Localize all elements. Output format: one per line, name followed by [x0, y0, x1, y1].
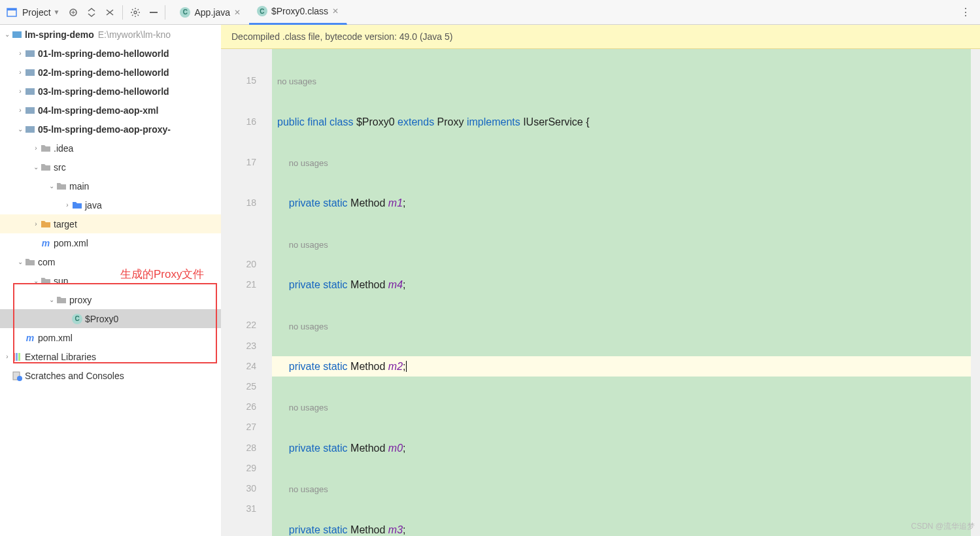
class-icon: C	[180, 7, 190, 18]
class-icon: C	[257, 6, 267, 16]
editor-tabs: C App.java ✕ C $Proxy0.class ✕	[172, 0, 347, 25]
gutter-line	[221, 91, 272, 111]
gutter-line: 30	[221, 478, 272, 499]
gutter-line: 23	[221, 336, 272, 356]
chevron-down-icon: ⌄	[3, 31, 12, 38]
gutter-line	[221, 173, 272, 193]
tree-item[interactable]: ⌄sun	[0, 271, 221, 290]
toolbar-left: Project ▼	[3, 4, 162, 21]
code-line-cursor: private static Method m2;	[272, 356, 971, 377]
code-area[interactable]: no usages public final class $Proxy0 ext…	[272, 49, 971, 536]
hide-icon[interactable]	[145, 4, 162, 21]
gutter-line	[221, 295, 272, 315]
divider	[165, 5, 165, 20]
close-icon[interactable]: ✕	[234, 8, 241, 17]
folder-icon	[41, 143, 51, 154]
chevron-right-icon: ›	[16, 50, 25, 57]
sidebar-wrapper: ⌄ lm-spring-demo E:\mywork\lm-kno ›01-lm…	[0, 25, 221, 536]
tree-root[interactable]: ⌄ lm-spring-demo E:\mywork\lm-kno	[0, 25, 221, 44]
excluded-folder-icon	[41, 219, 51, 229]
chevron-right-icon: ›	[16, 69, 25, 76]
code-line: private static Method m3;	[272, 520, 971, 537]
svg-rect-10	[25, 88, 35, 95]
select-opened-file-icon[interactable]	[65, 4, 82, 21]
gutter-line	[221, 132, 272, 152]
svg-rect-9	[25, 69, 35, 76]
kebab-menu-icon[interactable]: ⋮	[954, 6, 977, 18]
gutter-line: 16	[221, 112, 272, 132]
project-tree[interactable]: ⌄ lm-spring-demo E:\mywork\lm-kno ›01-lm…	[0, 25, 221, 385]
svg-rect-13	[13, 353, 15, 361]
tree-item[interactable]: ›03-lm-spring-demo-helloworld	[0, 82, 221, 101]
tree-item[interactable]: ›01-lm-spring-demo-helloworld	[0, 44, 221, 63]
tree-item[interactable]: ›.idea	[0, 139, 221, 158]
tree-label: 01-lm-spring-demo-helloworld	[38, 48, 169, 59]
gutter-line: 29	[221, 458, 272, 478]
gear-icon[interactable]	[127, 4, 144, 21]
chevron-right-icon: ›	[31, 144, 41, 152]
tree-label: pom.xml	[54, 238, 88, 248]
tree-item[interactable]: ⌄com	[0, 252, 221, 271]
folder-icon	[41, 162, 51, 173]
tree-item[interactable]: ⌄main	[0, 176, 221, 195]
expand-all-icon[interactable]	[83, 4, 100, 21]
tree-label: src	[54, 162, 66, 173]
code-line: private static Method m0;	[272, 438, 971, 458]
gutter-line: 15	[221, 71, 272, 91]
tree-label: target	[54, 219, 77, 229]
folder-icon	[56, 295, 67, 305]
gutter-line	[221, 214, 272, 234]
scrollbar[interactable]	[971, 49, 980, 536]
tree-label: java	[85, 200, 102, 210]
module-icon	[25, 124, 35, 135]
tree-label: Scratches and Consoles	[25, 371, 124, 381]
chevron-right-icon: ›	[31, 220, 41, 227]
tree-item[interactable]: ›External Libraries	[0, 347, 221, 366]
tab-app-java[interactable]: C App.java ✕	[172, 0, 248, 25]
maven-icon: m	[25, 333, 35, 343]
svg-rect-1	[7, 8, 16, 10]
project-label: Project	[22, 7, 51, 18]
gutter-line: 28	[221, 438, 272, 458]
tree-item[interactable]: ›02-lm-spring-demo-helloworld	[0, 63, 221, 82]
tree-item[interactable]: Scratches and Consoles	[0, 366, 221, 385]
gutter-line	[221, 234, 272, 254]
close-icon[interactable]: ✕	[332, 7, 339, 16]
tree-label: com	[38, 257, 55, 267]
module-icon	[25, 67, 35, 78]
chevron-right-icon: ›	[63, 201, 72, 209]
svg-rect-14	[16, 353, 18, 361]
module-icon	[25, 48, 35, 59]
gutter-line: 26	[221, 397, 272, 417]
tree-item[interactable]: mpom.xml	[0, 328, 221, 347]
tree-item[interactable]: ⌄src	[0, 158, 221, 176]
gutter-line: 20	[221, 254, 272, 275]
tree-item[interactable]: ›java	[0, 195, 221, 214]
toolbar: Project ▼ C App.java ✕ C $Proxy0.class ✕…	[0, 0, 980, 25]
chevron-down-icon: ⌄	[31, 277, 41, 284]
code-line: private static Method m1;	[272, 193, 971, 213]
gutter-line	[221, 50, 272, 71]
tree-item[interactable]: ⌄proxy	[0, 290, 221, 309]
gutter-line: 25	[221, 377, 272, 397]
collapse-all-icon[interactable]	[101, 4, 118, 21]
tab-label: $Proxy0.class	[271, 6, 328, 16]
gutter[interactable]: 15 16 17 18 20 21 22 23 24 25 26 27 28 2…	[221, 49, 272, 536]
tree-item[interactable]: ›target	[0, 214, 221, 233]
project-dropdown[interactable]: Project ▼	[3, 7, 63, 18]
chevron-down-icon: ⌄	[16, 258, 25, 265]
tree-item[interactable]: ›04-lm-spring-demo-aop-xml	[0, 101, 221, 120]
svg-rect-7	[12, 31, 22, 38]
tree-label: sun	[54, 276, 69, 286]
tree-item-selected[interactable]: C$Proxy0	[0, 309, 221, 328]
chevron-down-icon: ⌄	[16, 126, 25, 133]
code-line: no usages	[272, 478, 971, 499]
folder-icon	[25, 257, 35, 267]
folder-icon	[41, 276, 51, 286]
decompile-banner: Decompiled .class file, bytecode version…	[221, 25, 980, 49]
tab-proxy0-class[interactable]: C $Proxy0.class ✕	[249, 0, 347, 25]
tree-item[interactable]: mpom.xml	[0, 233, 221, 252]
tree-item[interactable]: ⌄05-lm-spring-demo-aop-proxy-	[0, 120, 221, 139]
tree-label: .idea	[54, 143, 73, 154]
divider	[122, 5, 123, 20]
